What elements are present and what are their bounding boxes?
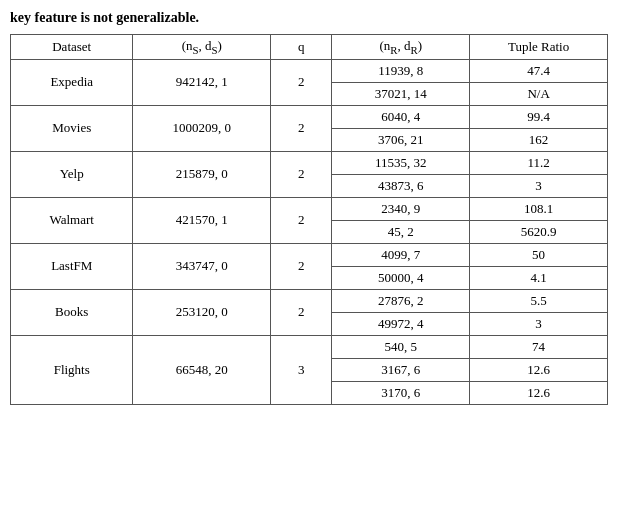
cell-nr-dr: 3167, 6 xyxy=(332,358,470,381)
header-dataset: Dataset xyxy=(11,35,133,60)
cell-ns-ds: 343747, 0 xyxy=(133,243,271,289)
cell-ns-ds: 253120, 0 xyxy=(133,289,271,335)
header-ns-ds: (nS, dS) xyxy=(133,35,271,60)
cell-dataset: Flights xyxy=(11,335,133,404)
cell-tuple-ratio: 108.1 xyxy=(470,197,608,220)
cell-dataset: Movies xyxy=(11,105,133,151)
data-table: Dataset (nS, dS) q (nR, dR) Tuple Ratio … xyxy=(10,34,608,405)
table-row: Flights66548, 203540, 574 xyxy=(11,335,608,358)
cell-tuple-ratio: 50 xyxy=(470,243,608,266)
cell-ns-ds: 942142, 1 xyxy=(133,59,271,105)
cell-q: 2 xyxy=(271,151,332,197)
cell-q: 3 xyxy=(271,335,332,404)
table-row: Movies1000209, 026040, 499.4 xyxy=(11,105,608,128)
cell-ns-ds: 421570, 1 xyxy=(133,197,271,243)
cell-tuple-ratio: 11.2 xyxy=(470,151,608,174)
cell-nr-dr: 3706, 21 xyxy=(332,128,470,151)
cell-ns-ds: 215879, 0 xyxy=(133,151,271,197)
cell-nr-dr: 37021, 14 xyxy=(332,82,470,105)
cell-nr-dr: 50000, 4 xyxy=(332,266,470,289)
table-row: Books253120, 0227876, 25.5 xyxy=(11,289,608,312)
table-row: Yelp215879, 0211535, 3211.2 xyxy=(11,151,608,174)
cell-nr-dr: 3170, 6 xyxy=(332,381,470,404)
cell-q: 2 xyxy=(271,197,332,243)
cell-dataset: Expedia xyxy=(11,59,133,105)
table-row: LastFM343747, 024099, 750 xyxy=(11,243,608,266)
heading: key feature is not generalizable. xyxy=(10,10,608,26)
cell-tuple-ratio: 12.6 xyxy=(470,381,608,404)
cell-nr-dr: 43873, 6 xyxy=(332,174,470,197)
cell-tuple-ratio: 47.4 xyxy=(470,59,608,82)
cell-nr-dr: 11939, 8 xyxy=(332,59,470,82)
cell-nr-dr: 11535, 32 xyxy=(332,151,470,174)
cell-tuple-ratio: 12.6 xyxy=(470,358,608,381)
cell-tuple-ratio: 3 xyxy=(470,312,608,335)
cell-nr-dr: 27876, 2 xyxy=(332,289,470,312)
cell-nr-dr: 2340, 9 xyxy=(332,197,470,220)
cell-tuple-ratio: 4.1 xyxy=(470,266,608,289)
header-q: q xyxy=(271,35,332,60)
cell-ns-ds: 66548, 20 xyxy=(133,335,271,404)
table-row: Walmart421570, 122340, 9108.1 xyxy=(11,197,608,220)
header-nr-dr: (nR, dR) xyxy=(332,35,470,60)
cell-q: 2 xyxy=(271,59,332,105)
cell-tuple-ratio: 99.4 xyxy=(470,105,608,128)
cell-dataset: Yelp xyxy=(11,151,133,197)
cell-nr-dr: 4099, 7 xyxy=(332,243,470,266)
cell-nr-dr: 6040, 4 xyxy=(332,105,470,128)
cell-tuple-ratio: 5620.9 xyxy=(470,220,608,243)
cell-nr-dr: 45, 2 xyxy=(332,220,470,243)
cell-tuple-ratio: 3 xyxy=(470,174,608,197)
cell-tuple-ratio: N/A xyxy=(470,82,608,105)
cell-nr-dr: 49972, 4 xyxy=(332,312,470,335)
cell-tuple-ratio: 162 xyxy=(470,128,608,151)
cell-q: 2 xyxy=(271,105,332,151)
cell-q: 2 xyxy=(271,243,332,289)
header-tuple-ratio: Tuple Ratio xyxy=(470,35,608,60)
table-row: Expedia942142, 1211939, 847.4 xyxy=(11,59,608,82)
cell-tuple-ratio: 74 xyxy=(470,335,608,358)
cell-ns-ds: 1000209, 0 xyxy=(133,105,271,151)
cell-dataset: Walmart xyxy=(11,197,133,243)
cell-dataset: LastFM xyxy=(11,243,133,289)
cell-dataset: Books xyxy=(11,289,133,335)
cell-q: 2 xyxy=(271,289,332,335)
cell-nr-dr: 540, 5 xyxy=(332,335,470,358)
cell-tuple-ratio: 5.5 xyxy=(470,289,608,312)
